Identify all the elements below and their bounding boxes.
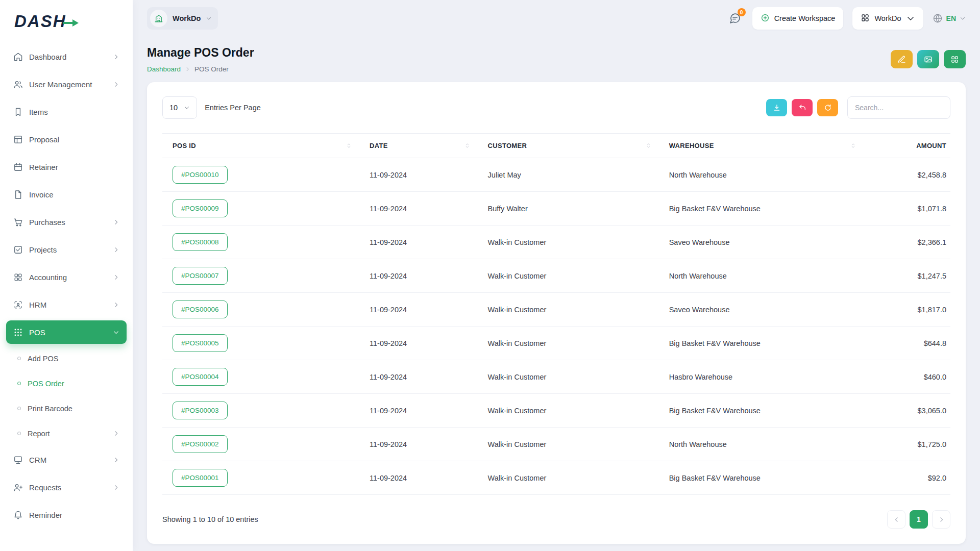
warehouse-cell: Big Basket F&V Warehouse [659, 461, 864, 495]
bullet-icon [17, 382, 21, 385]
topbar: WorkDo 0 Create Workspace WorkDo [133, 0, 980, 37]
sidebar-subitem-pos-order[interactable]: POS Order [6, 373, 127, 394]
sidebar-subitem-print-barcode[interactable]: Print Barcode [6, 398, 127, 419]
messages-badge: 0 [738, 8, 746, 16]
pos-id-button[interactable]: #POS00003 [173, 402, 228, 419]
apps-grid-icon [13, 328, 23, 337]
search-input[interactable] [847, 96, 950, 119]
sidebar-item-invoice[interactable]: Invoice [6, 183, 127, 206]
undo-button[interactable] [792, 99, 813, 116]
messages-button[interactable]: 0 [727, 10, 743, 27]
pagination-next-button[interactable] [932, 510, 950, 529]
export-button[interactable] [766, 99, 787, 116]
sidebar-item-proposal[interactable]: Proposal [6, 128, 127, 151]
workspace-dropdown[interactable]: WorkDo [852, 7, 923, 30]
grid-icon [861, 13, 870, 24]
sidebar-item-requests[interactable]: Requests [6, 475, 127, 499]
amount-cell: $3,065.0 [864, 394, 950, 428]
language-selector[interactable]: EN [933, 13, 966, 23]
sidebar-item-purchases[interactable]: Purchases [6, 210, 127, 234]
chevron-down-icon [906, 14, 915, 23]
topbar-actions: 0 Create Workspace WorkDo EN [727, 7, 966, 30]
chevron-right-icon [938, 516, 945, 523]
table-row: #POS00008 11-09-2024 Walk-in Customer Sa… [162, 226, 950, 259]
sidebar-item-retainer[interactable]: Retainer [6, 155, 127, 179]
sort-icon[interactable] [850, 142, 856, 149]
customer-cell: Juliet May [478, 158, 659, 192]
date-cell: 11-09-2024 [359, 327, 478, 360]
chevron-right-icon [113, 430, 119, 437]
pos-id-button[interactable]: #POS00006 [173, 300, 228, 318]
cart-icon [13, 217, 23, 227]
date-cell: 11-09-2024 [359, 428, 478, 461]
pos-id-button[interactable]: #POS00010 [173, 166, 228, 184]
pos-id-cell: #POS00008 [162, 226, 359, 259]
pos-id-button[interactable]: #POS00002 [173, 435, 228, 453]
pos-id-button[interactable]: #POS00001 [173, 469, 228, 487]
workspace-selector[interactable]: WorkDo [147, 7, 218, 30]
brand-logo[interactable]: DASH [0, 0, 133, 43]
pos-id-button[interactable]: #POS00005 [173, 334, 228, 352]
brand-arrow-icon [63, 19, 80, 27]
date-cell: 11-09-2024 [359, 394, 478, 428]
chevron-down-icon [113, 329, 119, 336]
pos-id-cell: #POS00007 [162, 259, 359, 293]
sidebar-item-items[interactable]: Items [6, 100, 127, 123]
edit-action-button[interactable] [891, 50, 913, 68]
customer-cell: Walk-in Customer [478, 428, 659, 461]
pos-id-button[interactable]: #POS00008 [173, 233, 228, 251]
chevron-right-icon [113, 302, 119, 308]
warehouse-cell: Big Basket F&V Warehouse [659, 394, 864, 428]
grid-icon [13, 272, 23, 282]
sidebar-item-dashboard[interactable]: Dashboard [6, 45, 127, 68]
pagination-prev-button[interactable] [887, 510, 905, 529]
sidebar-item-reminder[interactable]: Reminder [6, 503, 127, 527]
chevron-right-icon [113, 81, 119, 88]
chevron-right-icon [113, 457, 119, 463]
table-row: #POS00004 11-09-2024 Walk-in Customer Ha… [162, 360, 950, 394]
entries-per-page-select[interactable]: 10 [162, 96, 197, 119]
column-header-amount[interactable]: AMOUNT [864, 134, 950, 158]
customer-cell: Walk-in Customer [478, 394, 659, 428]
sidebar-item-user-management[interactable]: User Management [6, 72, 127, 96]
sidebar-item-accounting[interactable]: Accounting [6, 265, 127, 289]
sidebar-item-pos[interactable]: POS [6, 320, 127, 344]
warehouse-cell: Saveo Warehouse [659, 226, 864, 259]
sort-icon[interactable] [464, 142, 471, 149]
customer-cell: Buffy Walter [478, 192, 659, 226]
pos-id-button[interactable]: #POS00004 [173, 368, 228, 386]
globe-icon [933, 13, 943, 23]
sidebar-item-projects[interactable]: Projects [6, 238, 127, 261]
column-header-date[interactable]: DATE [359, 134, 478, 158]
table-footer: Showing 1 to 10 of 10 entries 1 [162, 510, 950, 529]
warehouse-cell: North Warehouse [659, 259, 864, 293]
bullet-icon [17, 407, 21, 410]
pos-id-button[interactable]: #POS00009 [173, 199, 228, 217]
pos-id-cell: #POS00005 [162, 327, 359, 360]
column-header-pos-id[interactable]: POS ID [162, 134, 359, 158]
brand-logo-text: DASH [14, 12, 66, 31]
customer-cell: Walk-in Customer [478, 327, 659, 360]
grid-action-button[interactable] [944, 50, 966, 68]
sidebar-subitem-add-pos[interactable]: Add POS [6, 348, 127, 369]
customer-cell: Walk-in Customer [478, 259, 659, 293]
pos-id-button[interactable]: #POS00007 [173, 267, 228, 285]
create-workspace-button[interactable]: Create Workspace [752, 7, 844, 30]
column-header-customer[interactable]: CUSTOMER [478, 134, 659, 158]
breadcrumb-dashboard-link[interactable]: Dashboard [147, 65, 181, 73]
sort-icon[interactable] [645, 142, 652, 149]
column-header-warehouse[interactable]: WAREHOUSE [659, 134, 864, 158]
page-title: Manage POS Order [147, 46, 254, 60]
date-cell: 11-09-2024 [359, 461, 478, 495]
pagination-page-1[interactable]: 1 [910, 510, 928, 529]
bookmark-icon [13, 107, 23, 117]
sort-icon[interactable] [346, 142, 352, 149]
refresh-button[interactable] [817, 99, 838, 116]
sidebar-item-hrm[interactable]: HRM [6, 293, 127, 316]
pagination: 1 [887, 510, 950, 529]
amount-cell: $644.8 [864, 327, 950, 360]
media-action-button[interactable] [917, 50, 939, 68]
pos-id-cell: #POS00010 [162, 158, 359, 192]
sidebar-item-crm[interactable]: CRM [6, 448, 127, 471]
sidebar-subitem-report[interactable]: Report [6, 423, 127, 444]
